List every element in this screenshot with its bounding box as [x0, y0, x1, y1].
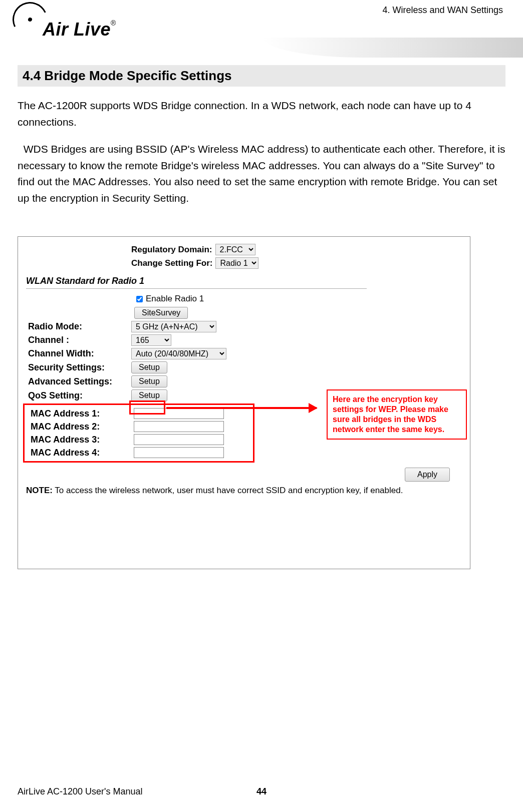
mac3-label: MAC Address 3:: [26, 435, 131, 445]
advanced-settings-label: Advanced Settings:: [23, 376, 128, 387]
wlan-standard-heading: WLAN Standard for Radio 1: [26, 276, 465, 286]
running-header: 4. Wireless and WAN Settings: [383, 5, 503, 16]
mac2-label: MAC Address 2:: [26, 422, 131, 432]
channel-select[interactable]: 165: [131, 334, 171, 346]
settings-screenshot: Regulatory Domain: 2.FCC Change Setting …: [18, 236, 470, 569]
change-setting-for-select[interactable]: Radio 1: [215, 257, 258, 269]
security-setup-button[interactable]: Setup: [131, 361, 167, 373]
mac3-input[interactable]: [134, 434, 224, 445]
note-label: NOTE:: [26, 486, 53, 495]
mac2-input[interactable]: [134, 421, 224, 432]
mac4-input[interactable]: [134, 447, 224, 458]
registered-icon: ®: [111, 19, 116, 27]
logo-text: Air Live: [43, 19, 111, 40]
change-setting-for-label: Change Setting For:: [131, 258, 212, 268]
enable-radio-checkbox[interactable]: [136, 296, 143, 302]
divider: [26, 288, 367, 289]
radio-mode-label: Radio Mode:: [23, 321, 128, 332]
mac-address-group: MAC Address 1: MAC Address 2: MAC Addres…: [23, 403, 254, 463]
callout-arrow-icon: [166, 407, 317, 409]
note-text: NOTE: To access the wireless network, us…: [23, 486, 465, 496]
channel-width-select[interactable]: Auto (20/40/80MHZ): [131, 348, 226, 359]
logo: Air Live®: [13, 5, 143, 45]
mac4-label: MAC Address 4:: [26, 448, 131, 458]
channel-width-label: Channel Width:: [23, 348, 128, 359]
site-survey-button[interactable]: SiteSurvey: [134, 307, 188, 319]
footer-manual-title: AirLive AC-1200 User's Manual: [18, 786, 143, 797]
intro-paragraph-1: The AC-1200R supports WDS Bridge connect…: [18, 98, 505, 130]
apply-button[interactable]: Apply: [405, 468, 450, 482]
reg-domain-label: Regulatory Domain:: [131, 245, 212, 255]
mac1-label: MAC Address 1:: [26, 409, 131, 419]
qos-setting-label: QoS Setting:: [23, 390, 128, 401]
radio-mode-select[interactable]: 5 GHz (A+N+AC): [131, 321, 216, 332]
enable-radio-label: Enable Radio 1: [146, 294, 204, 304]
section-heading: 4.4 Bridge Mode Specific Settings: [18, 65, 505, 87]
mac1-input[interactable]: [134, 408, 224, 419]
reg-domain-select[interactable]: 2.FCC: [215, 244, 255, 255]
security-settings-label: Security Settings:: [23, 362, 128, 373]
intro-paragraph-2: WDS Bridges are using BSSID (AP's Wirele…: [18, 141, 505, 206]
qos-setup-button[interactable]: Setup: [131, 389, 167, 401]
header-swoosh: [263, 38, 523, 58]
callout-box: Here are the encryption key settings for…: [327, 389, 467, 440]
page-number: 44: [256, 786, 267, 797]
channel-label: Channel :: [23, 335, 128, 345]
advanced-setup-button[interactable]: Setup: [131, 375, 167, 387]
